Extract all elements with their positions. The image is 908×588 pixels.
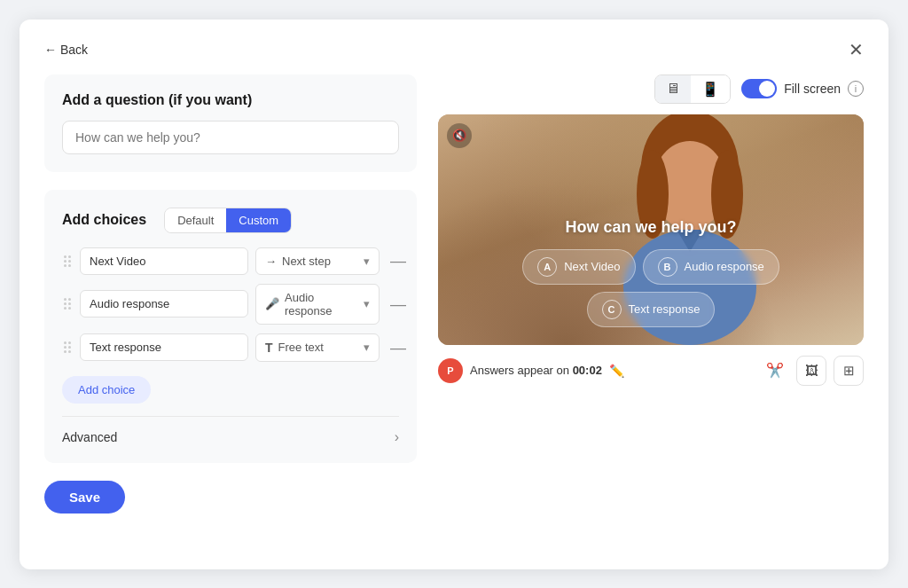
save-button[interactable]: Save xyxy=(44,481,125,514)
advanced-label: Advanced xyxy=(62,430,117,444)
video-question: How can we help you? xyxy=(565,218,736,237)
answer-row-bottom: C Text response xyxy=(459,292,842,327)
info-icon[interactable]: i xyxy=(848,81,864,97)
mute-button[interactable]: 🔇 xyxy=(447,123,472,148)
choice-type-select-1[interactable]: → Next step ▾ xyxy=(255,247,380,275)
answer-text-b: Audio response xyxy=(685,260,764,273)
scissors-icon: ✂️ xyxy=(766,363,784,378)
choice-label-2[interactable] xyxy=(80,290,248,318)
fill-screen-toggle: Fill screen i xyxy=(741,79,864,98)
drag-handle-1 xyxy=(62,255,73,267)
answers-appear-label: Answers appear on 00:02 xyxy=(470,364,602,377)
remove-choice-3[interactable]: — xyxy=(387,340,410,356)
choices-title: Add choices xyxy=(62,212,146,228)
mobile-icon: 📱 xyxy=(701,82,719,97)
mobile-view-button[interactable]: 📱 xyxy=(691,75,730,103)
drag-handle-3 xyxy=(62,341,73,353)
choice-type-label-3: Free text xyxy=(278,341,324,354)
choice-row-3: T Free text ▾ — xyxy=(62,333,399,362)
answer-button-b[interactable]: B Audio response xyxy=(643,249,779,285)
question-section: Add a question (if you want) xyxy=(44,74,417,172)
chevron-down-icon-3: ▾ xyxy=(364,341,370,354)
audio-icon: 🎤 xyxy=(265,297,279,310)
left-panel: Add a question (if you want) Add choices… xyxy=(44,74,417,548)
bottom-bar: P Answers appear on 00:02 ✏️ ✂️ 🖼 xyxy=(438,356,864,386)
back-button[interactable]: ← Back xyxy=(44,43,88,57)
close-icon: ✕ xyxy=(849,40,864,59)
advanced-row[interactable]: Advanced › xyxy=(62,416,399,445)
answer-choices-overlay: A Next Video B Audio response C Text res… xyxy=(459,249,842,327)
chevron-down-icon-1: ▾ xyxy=(364,255,370,268)
preview-toolbar: 🖥 📱 Fill screen i xyxy=(438,74,864,104)
mute-icon: 🔇 xyxy=(452,129,466,142)
chevron-down-icon-2: ▾ xyxy=(364,297,370,310)
answer-text-c: Text response xyxy=(629,302,701,316)
choice-type-label-2: Audio response xyxy=(285,291,358,318)
answer-letter-c: C xyxy=(602,300,622,319)
answer-letter-b: B xyxy=(658,257,677,277)
answer-text-a: Next Video xyxy=(564,260,620,273)
question-section-title: Add a question (if you want) xyxy=(62,92,399,108)
choice-label-1[interactable] xyxy=(80,247,248,275)
scissors-button[interactable]: ✂️ xyxy=(761,356,789,386)
text-icon: T xyxy=(265,341,273,355)
fill-screen-switch[interactable] xyxy=(741,79,777,98)
video-preview: 🔇 How can we help you? A Next Video B Au… xyxy=(438,114,864,345)
choice-row-2: 🎤 Audio response ▾ — xyxy=(62,284,399,325)
choice-label-3[interactable] xyxy=(80,333,248,361)
choices-header: Add choices Default Custom xyxy=(62,208,399,233)
next-step-icon: → xyxy=(265,255,277,268)
remove-choice-1[interactable]: — xyxy=(387,253,410,269)
answer-button-c[interactable]: C Text response xyxy=(587,292,716,327)
layout-icon: ⊞ xyxy=(843,363,855,379)
main-container: ← Back ✕ Add a question (if you want) Ad… xyxy=(20,20,888,569)
answer-row-top: A Next Video B Audio response xyxy=(459,249,842,285)
choice-type-select-3[interactable]: T Free text ▾ xyxy=(255,333,380,362)
toggle-knob xyxy=(759,81,775,97)
answer-button-a[interactable]: A Next Video xyxy=(522,249,635,285)
fill-screen-label: Fill screen xyxy=(784,82,841,96)
bottom-actions: ✂️ 🖼 ⊞ xyxy=(761,356,864,386)
chevron-right-icon: › xyxy=(395,429,399,445)
tab-group: Default Custom xyxy=(164,208,292,233)
desktop-icon: 🖥 xyxy=(666,81,680,96)
choice-type-select-2[interactable]: 🎤 Audio response ▾ xyxy=(255,284,380,325)
question-input[interactable] xyxy=(62,121,399,154)
right-panel: 🖥 📱 Fill screen i xyxy=(438,74,864,548)
top-bar: ← Back ✕ xyxy=(44,41,864,59)
timestamp-info: P Answers appear on 00:02 ✏️ xyxy=(438,358,624,383)
tab-default[interactable]: Default xyxy=(165,208,226,232)
layout-action-button[interactable]: ⊞ xyxy=(834,356,864,386)
content-area: Add a question (if you want) Add choices… xyxy=(44,74,864,548)
choices-section: Add choices Default Custom → xyxy=(44,190,417,463)
choice-row-1: → Next step ▾ — xyxy=(62,247,399,275)
choice-type-label-1: Next step xyxy=(282,255,331,268)
add-choice-button[interactable]: Add choice xyxy=(62,376,151,404)
avatar-icon: P xyxy=(438,358,463,383)
remove-choice-2[interactable]: — xyxy=(387,296,410,312)
answer-letter-a: A xyxy=(537,257,557,277)
image-action-button[interactable]: 🖼 xyxy=(796,356,826,386)
tab-custom[interactable]: Custom xyxy=(226,208,291,232)
timestamp-edit-icon[interactable]: ✏️ xyxy=(609,364,624,378)
close-button[interactable]: ✕ xyxy=(849,41,864,59)
desktop-view-button[interactable]: 🖥 xyxy=(655,75,691,103)
drag-handle-2 xyxy=(62,298,73,310)
back-label: ← Back xyxy=(44,43,88,57)
image-icon: 🖼 xyxy=(805,363,818,378)
device-toggle: 🖥 📱 xyxy=(654,74,731,104)
